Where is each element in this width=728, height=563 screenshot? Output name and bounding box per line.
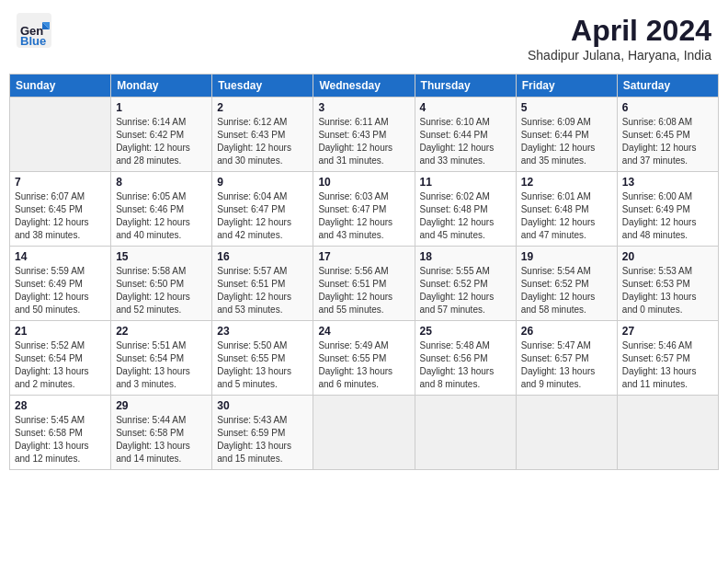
calendar-cell — [10, 98, 111, 172]
calendar-cell: 28Sunrise: 5:45 AM Sunset: 6:58 PM Dayli… — [10, 396, 111, 470]
day-number: 13 — [622, 176, 713, 189]
day-number: 29 — [116, 399, 207, 412]
day-info: Sunrise: 5:52 AM Sunset: 6:54 PM Dayligh… — [15, 339, 106, 391]
day-info: Sunrise: 6:01 AM Sunset: 6:48 PM Dayligh… — [521, 190, 612, 242]
calendar-week-row: 7Sunrise: 6:07 AM Sunset: 6:45 PM Daylig… — [10, 172, 719, 247]
day-info: Sunrise: 5:56 AM Sunset: 6:51 PM Dayligh… — [318, 265, 409, 316]
calendar-cell: 18Sunrise: 5:55 AM Sunset: 6:52 PM Dayli… — [415, 247, 516, 321]
calendar-cell: 3Sunrise: 6:11 AM Sunset: 6:43 PM Daylig… — [313, 98, 415, 172]
day-info: Sunrise: 5:49 AM Sunset: 6:55 PM Dayligh… — [318, 339, 409, 391]
location: Shadipur Julana, Haryana, India — [528, 48, 711, 63]
day-number: 21 — [15, 325, 106, 338]
day-number: 22 — [116, 325, 207, 338]
day-info: Sunrise: 6:08 AM Sunset: 6:45 PM Dayligh… — [622, 116, 713, 167]
day-info: Sunrise: 5:53 AM Sunset: 6:53 PM Dayligh… — [622, 265, 713, 316]
calendar-cell: 11Sunrise: 6:02 AM Sunset: 6:48 PM Dayli… — [415, 172, 516, 247]
calendar-cell: 4Sunrise: 6:10 AM Sunset: 6:44 PM Daylig… — [415, 98, 516, 172]
calendar-cell: 30Sunrise: 5:43 AM Sunset: 6:59 PM Dayli… — [212, 396, 313, 470]
day-number: 4 — [420, 101, 511, 114]
calendar-cell: 25Sunrise: 5:48 AM Sunset: 6:56 PM Dayli… — [415, 321, 516, 396]
day-info: Sunrise: 5:43 AM Sunset: 6:59 PM Dayligh… — [217, 414, 308, 465]
days-of-week-row: SundayMondayTuesdayWednesdayThursdayFrid… — [10, 75, 719, 98]
day-info: Sunrise: 6:02 AM Sunset: 6:48 PM Dayligh… — [420, 190, 511, 242]
day-info: Sunrise: 6:09 AM Sunset: 6:44 PM Dayligh… — [521, 116, 612, 167]
calendar-cell: 8Sunrise: 6:05 AM Sunset: 6:46 PM Daylig… — [111, 172, 212, 247]
calendar-cell: 21Sunrise: 5:52 AM Sunset: 6:54 PM Dayli… — [10, 321, 111, 396]
day-info: Sunrise: 6:05 AM Sunset: 6:46 PM Dayligh… — [116, 190, 207, 242]
day-number: 27 — [622, 325, 713, 338]
day-number: 25 — [420, 325, 511, 338]
calendar-cell: 29Sunrise: 5:44 AM Sunset: 6:58 PM Dayli… — [111, 396, 212, 470]
day-of-week-header: Thursday — [415, 75, 516, 98]
day-of-week-header: Wednesday — [313, 75, 415, 98]
calendar-cell: 6Sunrise: 6:08 AM Sunset: 6:45 PM Daylig… — [617, 98, 718, 172]
calendar-cell: 9Sunrise: 6:04 AM Sunset: 6:47 PM Daylig… — [212, 172, 313, 247]
day-info: Sunrise: 5:58 AM Sunset: 6:50 PM Dayligh… — [116, 265, 207, 316]
calendar-cell — [516, 396, 617, 470]
day-number: 19 — [521, 250, 612, 263]
day-info: Sunrise: 5:50 AM Sunset: 6:55 PM Dayligh… — [217, 339, 308, 391]
calendar-cell: 12Sunrise: 6:01 AM Sunset: 6:48 PM Dayli… — [516, 172, 617, 247]
calendar-cell: 5Sunrise: 6:09 AM Sunset: 6:44 PM Daylig… — [516, 98, 617, 172]
day-info: Sunrise: 5:45 AM Sunset: 6:58 PM Dayligh… — [15, 414, 106, 465]
day-info: Sunrise: 5:48 AM Sunset: 6:56 PM Dayligh… — [420, 339, 511, 391]
day-number: 16 — [217, 250, 308, 263]
day-number: 15 — [116, 250, 207, 263]
calendar-body: 1Sunrise: 6:14 AM Sunset: 6:42 PM Daylig… — [10, 98, 719, 470]
calendar-cell: 16Sunrise: 5:57 AM Sunset: 6:51 PM Dayli… — [212, 247, 313, 321]
calendar-cell: 20Sunrise: 5:53 AM Sunset: 6:53 PM Dayli… — [617, 247, 718, 321]
day-info: Sunrise: 5:55 AM Sunset: 6:52 PM Dayligh… — [420, 265, 511, 316]
day-number: 17 — [318, 250, 409, 263]
calendar-table: SundayMondayTuesdayWednesdayThursdayFrid… — [9, 74, 719, 470]
calendar-week-row: 28Sunrise: 5:45 AM Sunset: 6:58 PM Dayli… — [10, 396, 719, 470]
calendar-week-row: 14Sunrise: 5:59 AM Sunset: 6:49 PM Dayli… — [10, 247, 719, 321]
calendar-cell: 1Sunrise: 6:14 AM Sunset: 6:42 PM Daylig… — [111, 98, 212, 172]
calendar-week-row: 21Sunrise: 5:52 AM Sunset: 6:54 PM Dayli… — [10, 321, 719, 396]
day-number: 9 — [217, 176, 308, 189]
calendar-cell: 17Sunrise: 5:56 AM Sunset: 6:51 PM Dayli… — [313, 247, 415, 321]
day-of-week-header: Friday — [516, 75, 617, 98]
day-info: Sunrise: 5:57 AM Sunset: 6:51 PM Dayligh… — [217, 265, 308, 316]
calendar-cell: 23Sunrise: 5:50 AM Sunset: 6:55 PM Dayli… — [212, 321, 313, 396]
day-info: Sunrise: 6:00 AM Sunset: 6:49 PM Dayligh… — [622, 190, 713, 242]
calendar-cell — [617, 396, 718, 470]
calendar-cell: 22Sunrise: 5:51 AM Sunset: 6:54 PM Dayli… — [111, 321, 212, 396]
calendar-cell — [313, 396, 415, 470]
day-of-week-header: Tuesday — [212, 75, 313, 98]
title-block: April 2024 Shadipur Julana, Haryana, Ind… — [528, 13, 711, 63]
calendar-cell: 2Sunrise: 6:12 AM Sunset: 6:43 PM Daylig… — [212, 98, 313, 172]
calendar-cell: 7Sunrise: 6:07 AM Sunset: 6:45 PM Daylig… — [10, 172, 111, 247]
day-number: 11 — [420, 176, 511, 189]
month-title: April 2024 — [528, 13, 711, 48]
day-number: 26 — [521, 325, 612, 338]
day-of-week-header: Sunday — [10, 75, 111, 98]
day-info: Sunrise: 6:11 AM Sunset: 6:43 PM Dayligh… — [318, 116, 409, 167]
day-number: 12 — [521, 176, 612, 189]
day-number: 5 — [521, 101, 612, 114]
day-info: Sunrise: 6:10 AM Sunset: 6:44 PM Dayligh… — [420, 116, 511, 167]
day-number: 7 — [15, 176, 106, 189]
day-of-week-header: Saturday — [617, 75, 718, 98]
day-info: Sunrise: 6:03 AM Sunset: 6:47 PM Dayligh… — [318, 190, 409, 242]
day-info: Sunrise: 5:44 AM Sunset: 6:58 PM Dayligh… — [116, 414, 207, 465]
day-number: 1 — [116, 101, 207, 114]
day-number: 23 — [217, 325, 308, 338]
day-info: Sunrise: 6:07 AM Sunset: 6:45 PM Dayligh… — [15, 190, 106, 242]
page-header: Gen Blue April 2024 Shadipur Julana, Har… — [9, 9, 719, 66]
day-number: 30 — [217, 399, 308, 412]
day-info: Sunrise: 5:59 AM Sunset: 6:49 PM Dayligh… — [15, 265, 106, 316]
day-info: Sunrise: 6:04 AM Sunset: 6:47 PM Dayligh… — [217, 190, 308, 242]
calendar-week-row: 1Sunrise: 6:14 AM Sunset: 6:42 PM Daylig… — [10, 98, 719, 172]
day-number: 18 — [420, 250, 511, 263]
logo: Gen Blue — [17, 13, 51, 48]
calendar-cell: 14Sunrise: 5:59 AM Sunset: 6:49 PM Dayli… — [10, 247, 111, 321]
day-number: 28 — [15, 399, 106, 412]
day-number: 2 — [217, 101, 308, 114]
calendar-cell: 13Sunrise: 6:00 AM Sunset: 6:49 PM Dayli… — [617, 172, 718, 247]
day-info: Sunrise: 5:51 AM Sunset: 6:54 PM Dayligh… — [116, 339, 207, 391]
calendar-cell: 26Sunrise: 5:47 AM Sunset: 6:57 PM Dayli… — [516, 321, 617, 396]
day-info: Sunrise: 5:46 AM Sunset: 6:57 PM Dayligh… — [622, 339, 713, 391]
svg-text:Blue: Blue — [20, 34, 46, 48]
calendar-cell: 19Sunrise: 5:54 AM Sunset: 6:52 PM Dayli… — [516, 247, 617, 321]
calendar-cell: 10Sunrise: 6:03 AM Sunset: 6:47 PM Dayli… — [313, 172, 415, 247]
